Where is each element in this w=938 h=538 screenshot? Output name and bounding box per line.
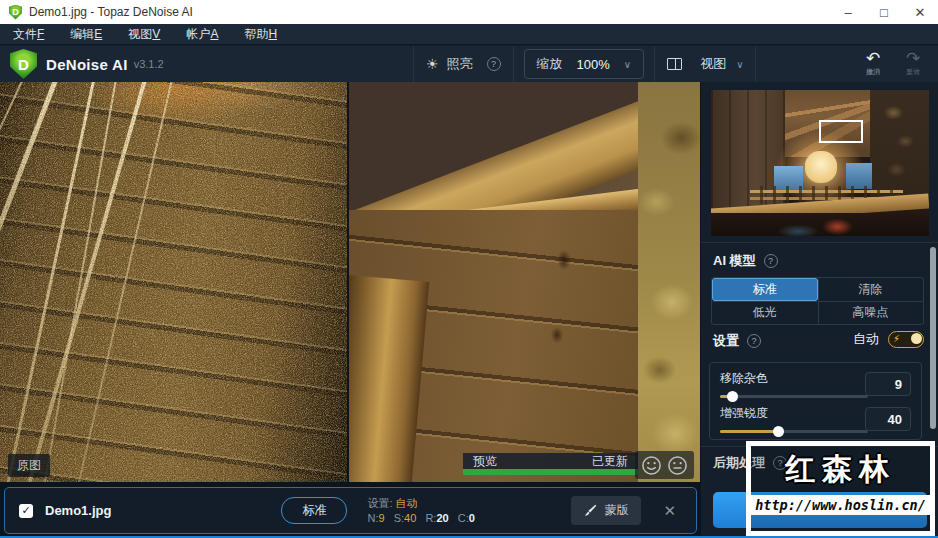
settings-title: 设置 bbox=[713, 332, 739, 350]
view-dropdown[interactable]: 视图 ∨ bbox=[655, 46, 755, 82]
preview-image-panel[interactable]: 预览 已更新 bbox=[349, 82, 700, 482]
menubar: 文件F 编辑E 视图V 帐户A 帮助H bbox=[0, 24, 938, 45]
menu-file-mnemonic: F bbox=[37, 27, 44, 41]
thumb-lantern bbox=[805, 151, 838, 183]
happy-face-icon[interactable] bbox=[641, 455, 662, 476]
feedback-buttons bbox=[635, 451, 694, 479]
watermark-box: 红森林 http://www.hoslin.cn/ bbox=[746, 441, 935, 536]
help-icon[interactable]: ? bbox=[764, 254, 778, 268]
chevron-down-icon: ∨ bbox=[624, 59, 631, 70]
param-key: R: bbox=[425, 512, 436, 524]
toolbar-separator bbox=[755, 46, 756, 82]
zoom-region-box[interactable] bbox=[819, 120, 863, 143]
enhance-sharpness-row: 增强锐度 40 bbox=[720, 405, 911, 440]
slider-fill bbox=[720, 395, 733, 398]
menu-account[interactable]: 帐户A bbox=[173, 26, 231, 43]
remove-noise-slider[interactable] bbox=[720, 395, 868, 398]
sun-icon: ☀ bbox=[426, 56, 439, 72]
sidebar-scrollbar[interactable] bbox=[930, 247, 936, 429]
sidebar-divider bbox=[701, 242, 938, 243]
menu-view-mnemonic: V bbox=[152, 27, 160, 41]
lighting-label: 照亮 bbox=[447, 55, 473, 73]
image-column: 原图 预览 已更新 bbox=[0, 82, 700, 538]
file-name: Demo1.jpg bbox=[45, 503, 111, 518]
preview-label: 预览 bbox=[473, 453, 497, 470]
lighting-toggle[interactable]: ☀ 照亮 bbox=[414, 46, 485, 82]
menu-help[interactable]: 帮助H bbox=[231, 26, 290, 43]
file-row-selected[interactable]: ✓ Demo1.jpg 标准 设置: 自动 N:9 S:40 R:20 C:0 bbox=[4, 487, 697, 534]
settings-header: 设置 ? bbox=[713, 332, 761, 350]
zoom-label: 缩放 bbox=[537, 55, 563, 73]
window-title: Demo1.jpg - Topaz DeNoise AI bbox=[29, 5, 193, 19]
remove-noise-row: 移除杂色 9 bbox=[720, 370, 911, 405]
file-model-badge[interactable]: 标准 bbox=[281, 497, 347, 524]
menu-view[interactable]: 视图V bbox=[115, 26, 173, 43]
menu-help-label: 帮助 bbox=[244, 27, 268, 41]
titlebar: D Demo1.jpg - Topaz DeNoise AI – □ ✕ bbox=[0, 0, 938, 24]
mask-button[interactable]: 蒙版 bbox=[571, 496, 641, 525]
neutral-face-icon[interactable] bbox=[667, 455, 688, 476]
auto-toggle[interactable]: ⚡ bbox=[888, 331, 924, 348]
app-logo-letter: D bbox=[12, 7, 19, 17]
navigation-thumbnail[interactable] bbox=[711, 90, 929, 236]
lighting-help[interactable]: ? bbox=[485, 46, 513, 82]
zoom-value: 100% bbox=[577, 57, 610, 72]
param-value: 9 bbox=[378, 512, 384, 524]
view-label: 视图 bbox=[700, 55, 726, 73]
menu-view-label: 视图 bbox=[128, 27, 152, 41]
help-icon: ? bbox=[487, 57, 501, 71]
enhance-sharpness-value[interactable]: 40 bbox=[865, 407, 911, 431]
model-clear-button[interactable]: 清除 bbox=[818, 278, 924, 301]
denoise-logo-icon: D bbox=[10, 49, 37, 79]
denoise-logo-letter: D bbox=[18, 56, 29, 73]
menu-file-label: 文件 bbox=[13, 27, 37, 41]
maximize-button[interactable]: □ bbox=[866, 0, 902, 24]
menu-edit-label: 编辑 bbox=[70, 27, 94, 41]
ai-model-header: AI 模型 ? bbox=[713, 252, 778, 270]
lightning-icon: ⚡ bbox=[893, 333, 900, 344]
menu-file[interactable]: 文件F bbox=[0, 26, 57, 43]
model-standard-button[interactable]: 标准 bbox=[712, 278, 818, 301]
slider-knob[interactable] bbox=[773, 426, 784, 437]
menu-edit-mnemonic: E bbox=[94, 27, 102, 41]
app-logo-icon: D bbox=[9, 5, 22, 20]
history-controls: ↶ 撤消 ↷ 重做 bbox=[858, 51, 938, 77]
param-value: 0 bbox=[469, 512, 475, 524]
stone-texture bbox=[638, 82, 700, 482]
slider-knob[interactable] bbox=[727, 391, 738, 402]
toolbar: D DeNoise AI v3.1.2 ☀ 照亮 ? 缩放 100% ∨ 视图 … bbox=[0, 46, 938, 82]
model-severenoise-button[interactable]: 高噪点 bbox=[818, 301, 924, 324]
menu-edit[interactable]: 编辑E bbox=[57, 26, 115, 43]
redo-label: 重做 bbox=[906, 67, 920, 77]
undo-icon: ↶ bbox=[866, 51, 880, 66]
watermark-title: 红森林 bbox=[751, 449, 930, 490]
noise-grain-overlay bbox=[0, 82, 347, 482]
help-icon[interactable]: ? bbox=[747, 334, 761, 348]
file-checkbox[interactable]: ✓ bbox=[19, 504, 33, 518]
redo-button[interactable]: ↷ 重做 bbox=[898, 51, 928, 77]
undo-button[interactable]: ↶ 撤消 bbox=[858, 51, 888, 77]
minimize-button[interactable]: – bbox=[830, 0, 866, 24]
redo-icon: ↷ bbox=[906, 51, 920, 66]
settings-value: 自动 bbox=[396, 497, 418, 509]
thumb-window bbox=[846, 163, 872, 189]
menu-help-mnemonic: H bbox=[268, 27, 277, 41]
remove-noise-value[interactable]: 9 bbox=[865, 372, 911, 396]
original-image-panel[interactable]: 原图 bbox=[0, 82, 347, 482]
image-viewer[interactable]: 原图 预览 已更新 bbox=[0, 82, 700, 482]
file-settings-summary: 设置: 自动 N:9 S:40 R:20 C:0 bbox=[367, 496, 474, 526]
auto-label: 自动 bbox=[853, 330, 879, 348]
ai-model-title: AI 模型 bbox=[713, 252, 756, 270]
model-lowlight-button[interactable]: 低光 bbox=[712, 301, 818, 324]
brand-version: v3.1.2 bbox=[134, 58, 164, 70]
split-view-icon bbox=[667, 58, 682, 70]
file-close-icon[interactable]: ✕ bbox=[663, 502, 676, 520]
param-key: N: bbox=[367, 512, 378, 524]
ai-model-options: 标准 清除 低光 高噪点 bbox=[711, 277, 924, 325]
original-label: 原图 bbox=[8, 454, 50, 477]
watermark-url: http://www.hoslin.cn/ bbox=[751, 495, 930, 515]
close-button[interactable]: ✕ bbox=[902, 0, 938, 24]
zoom-dropdown[interactable]: 缩放 100% ∨ bbox=[524, 49, 645, 79]
chevron-down-icon: ∨ bbox=[736, 59, 743, 70]
enhance-sharpness-slider[interactable] bbox=[720, 430, 868, 433]
